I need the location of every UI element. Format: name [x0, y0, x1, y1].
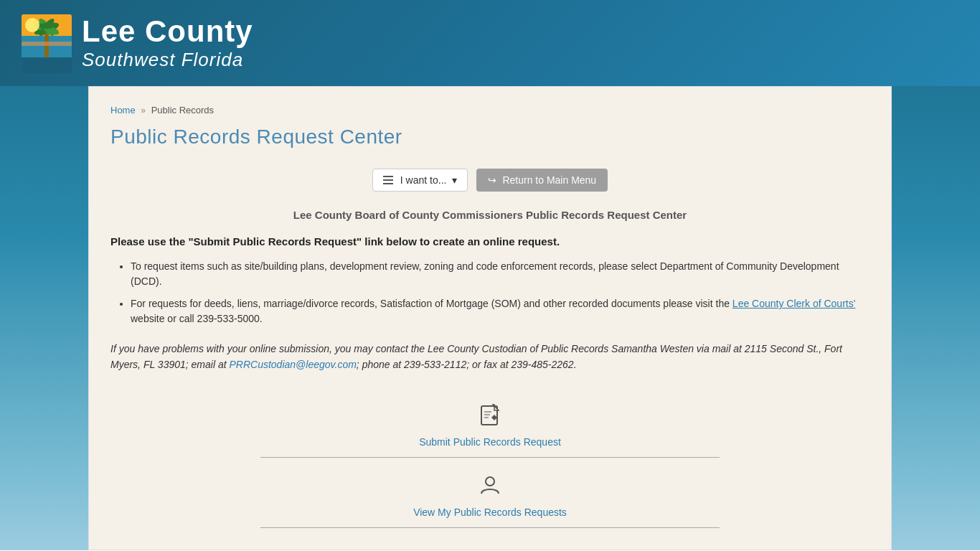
logo-icon	[22, 14, 72, 72]
user-icon	[260, 474, 720, 501]
svg-point-16	[486, 477, 494, 486]
clerk-of-courts-link[interactable]: Lee County Clerk of Courts'	[732, 298, 856, 309]
contact-email-link[interactable]: PRRCustodian@leegov.com	[229, 359, 356, 370]
breadcrumb-current: Public Records	[151, 105, 214, 116]
submit-request-label: Submit Public Records Request	[419, 436, 561, 448]
svg-rect-11	[22, 42, 72, 46]
breadcrumb-separator: »	[141, 105, 146, 116]
submit-edit-icon	[260, 403, 720, 431]
breadcrumb-home-link[interactable]: Home	[110, 105, 136, 116]
instructions-bold: Please use the "Submit Public Records Re…	[110, 235, 870, 248]
view-requests-label: View My Public Records Requests	[413, 507, 567, 518]
logo-container: Lee County Southwest Florida	[22, 14, 253, 72]
submit-request-action[interactable]: Submit Public Records Request	[260, 395, 720, 458]
action-section: Submit Public Records Request View My Pu…	[110, 395, 870, 528]
logo-county-name: Lee County	[82, 15, 253, 48]
toolbar: I want to... ▾ ↪ Return to Main Menu	[110, 169, 870, 192]
content-box: Home » Public Records Public Records Req…	[88, 86, 892, 550]
dropdown-arrow-icon: ▾	[452, 174, 457, 186]
contact-intro: If you have problems with your online su…	[110, 343, 332, 354]
bullet-text-2-prefix: For requests for deeds, liens, marriage/…	[131, 298, 732, 309]
view-requests-action[interactable]: View My Public Records Requests	[260, 465, 720, 528]
logo-text: Lee County Southwest Florida	[82, 15, 253, 70]
return-arrow-icon: ↪	[488, 174, 496, 186]
i-want-to-label: I want to...	[400, 174, 447, 186]
bullet-text-2-suffix: website or call 239-533-5000.	[131, 313, 263, 324]
org-title: Lee County Board of County Commissioners…	[110, 209, 870, 221]
contact-rest: ; phone at 239-533-2112; or fax at 239-4…	[357, 359, 577, 370]
contact-info: If you have problems with your online su…	[110, 341, 870, 373]
hamburger-icon	[383, 176, 393, 184]
return-to-main-menu-button[interactable]: ↪ Return to Main Menu	[476, 169, 608, 192]
page-title: Public Records Request Center	[110, 126, 870, 154]
i-want-to-button[interactable]: I want to... ▾	[372, 169, 468, 192]
list-item: To request items such as site/building p…	[131, 259, 870, 289]
bullet-text-1: To request items such as site/building p…	[131, 260, 839, 287]
svg-point-10	[25, 18, 39, 32]
list-item: For requests for deeds, liens, marriage/…	[131, 296, 870, 326]
svg-point-9	[38, 23, 55, 29]
bullet-list: To request items such as site/building p…	[110, 259, 870, 326]
breadcrumb: Home » Public Records	[110, 101, 870, 116]
logo-subtitle: Southwest Florida	[82, 49, 253, 71]
return-label: Return to Main Menu	[502, 174, 596, 186]
site-header: Lee County Southwest Florida	[0, 0, 980, 86]
main-wrapper: Home » Public Records Public Records Req…	[60, 86, 920, 550]
